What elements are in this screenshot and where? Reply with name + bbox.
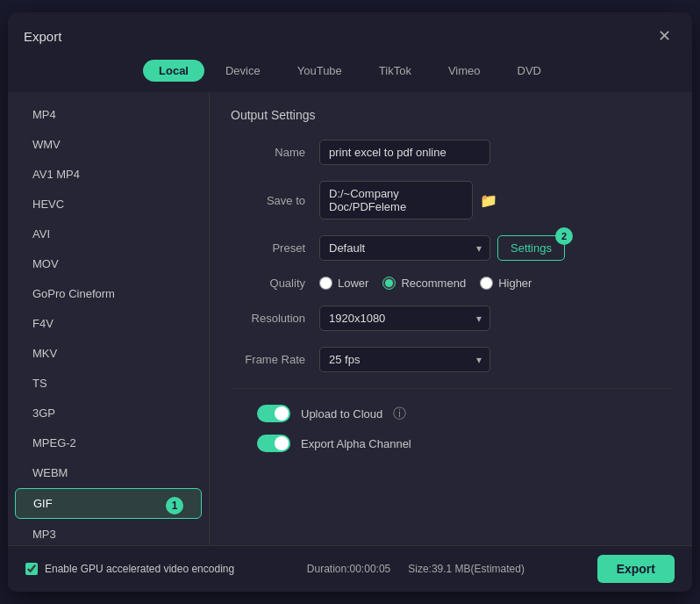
sidebar-item-f4v[interactable]: F4V <box>15 309 202 338</box>
quality-label: Quality <box>231 277 305 290</box>
upload-cloud-label: Upload to Cloud <box>301 407 382 421</box>
name-row: Name <box>231 140 671 165</box>
quality-recommend[interactable]: Recommend <box>382 277 466 290</box>
resolution-row: Resolution 1920x1080 <box>231 306 671 331</box>
quality-recommend-radio[interactable] <box>382 277 396 290</box>
upload-cloud-info-icon[interactable]: ⓘ <box>393 406 406 422</box>
sidebar-item-avi[interactable]: AVI <box>15 219 202 248</box>
quality-lower[interactable]: Lower <box>319 277 368 290</box>
quality-lower-radio[interactable] <box>319 277 332 290</box>
upload-cloud-toggle[interactable] <box>257 405 290 422</box>
dialog-title: Export <box>24 29 61 44</box>
title-bar: Export ✕ <box>8 12 692 56</box>
save-path-display: D:/~Company Doc/PDFeleme <box>319 181 473 219</box>
sidebar-item-mp4[interactable]: MP4 <box>15 100 202 129</box>
tab-dvd[interactable]: DVD <box>502 60 557 82</box>
export-button[interactable]: Export <box>597 555 675 583</box>
save-to-label: Save to <box>231 194 305 207</box>
gpu-label: Enable GPU accelerated video encoding <box>45 563 234 575</box>
sidebar-item-ts[interactable]: TS <box>15 369 202 398</box>
sidebar-item-gopro[interactable]: GoPro Cineform <box>15 279 202 308</box>
tab-local[interactable]: Local <box>143 60 204 82</box>
gpu-check: Enable GPU accelerated video encoding <box>25 563 234 575</box>
divider <box>231 388 671 389</box>
footer-info: Duration:00:00:05 Size:39.1 MB(Estimated… <box>307 563 525 575</box>
sidebar-item-mov[interactable]: MOV <box>15 249 202 278</box>
sidebar-item-wmv[interactable]: WMV <box>15 130 202 159</box>
duration-info: Duration:00:00:05 <box>307 563 390 575</box>
sidebar-item-gif[interactable]: GIF 1 <box>15 488 202 519</box>
save-to-row: Save to D:/~Company Doc/PDFeleme 📁 <box>231 181 671 219</box>
tab-device[interactable]: Device <box>210 60 276 82</box>
tab-vimeo[interactable]: Vimeo <box>432 60 496 82</box>
sidebar-item-mp3[interactable]: MP3 <box>15 520 202 545</box>
sidebar-item-mkv[interactable]: MKV <box>15 339 202 368</box>
preset-select[interactable]: Default <box>319 235 490 261</box>
export-alpha-label: Export Alpha Channel <box>301 437 411 450</box>
tab-tiktok[interactable]: TikTok <box>363 60 427 82</box>
gif-badge: 1 <box>166 497 183 514</box>
gpu-checkbox[interactable] <box>25 563 38 575</box>
resolution-select[interactable]: 1920x1080 <box>319 306 490 331</box>
settings-button[interactable]: Settings 2 <box>497 235 565 261</box>
frame-rate-row: Frame Rate 25 fps <box>231 347 671 372</box>
quality-row: Quality Lower Recommend Higher <box>231 277 671 290</box>
quality-higher-radio[interactable] <box>480 277 493 290</box>
frame-rate-label: Frame Rate <box>231 353 305 366</box>
name-input[interactable] <box>319 140 490 165</box>
footer: Enable GPU accelerated video encoding Du… <box>8 545 692 592</box>
resolution-label: Resolution <box>231 312 305 325</box>
name-label: Name <box>231 146 305 159</box>
sidebar-item-3gp[interactable]: 3GP <box>15 399 202 428</box>
preset-label: Preset <box>231 241 305 255</box>
frame-rate-select[interactable]: 25 fps <box>319 347 490 372</box>
settings-badge: 2 <box>555 227 573 245</box>
sidebar-item-hevc[interactable]: HEVC <box>15 190 202 219</box>
quality-higher[interactable]: Higher <box>480 277 532 290</box>
export-dialog: Export ✕ Local Device YouTube TikTok Vim… <box>8 12 692 592</box>
sidebar-item-mpeg2[interactable]: MPEG-2 <box>15 428 202 457</box>
export-alpha-toggle[interactable] <box>257 435 290 452</box>
upload-cloud-row: Upload to Cloud ⓘ <box>231 405 671 422</box>
folder-icon[interactable]: 📁 <box>480 192 497 209</box>
size-info: Size:39.1 MB(Estimated) <box>408 563 525 575</box>
export-alpha-row: Export Alpha Channel <box>231 435 671 452</box>
sidebar-item-webm[interactable]: WEBM <box>15 458 202 487</box>
output-section-title: Output Settings <box>231 108 671 122</box>
sidebar-item-av1mp4[interactable]: AV1 MP4 <box>15 160 202 189</box>
format-sidebar: MP4 WMV AV1 MP4 HEVC AVI MOV GoPro Cinef… <box>8 92 210 545</box>
tabs-bar: Local Device YouTube TikTok Vimeo DVD <box>8 56 692 92</box>
preset-row: Preset Default Settings 2 <box>231 235 671 261</box>
tab-youtube[interactable]: YouTube <box>282 60 358 82</box>
close-button[interactable]: ✕ <box>653 25 676 47</box>
content-area: MP4 WMV AV1 MP4 HEVC AVI MOV GoPro Cinef… <box>8 92 692 545</box>
output-panel: Output Settings Name Save to D:/~Company… <box>210 92 692 545</box>
